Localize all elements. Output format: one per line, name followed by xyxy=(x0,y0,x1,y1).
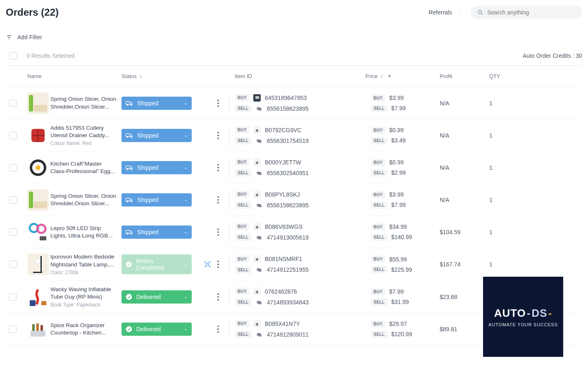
status-pill[interactable]: Return Completed ⌄ xyxy=(121,254,192,274)
product-thumbnail[interactable] xyxy=(27,93,49,114)
row-menu-button[interactable] xyxy=(216,162,221,173)
add-filter-button[interactable]: Add Filter xyxy=(6,26,582,48)
row-menu-button[interactable] xyxy=(216,130,221,141)
col-status[interactable]: Status ▲▼ xyxy=(121,73,204,79)
product-name[interactable]: Lepro 50ft LED Strip Lights, Ultra-Long … xyxy=(50,225,117,240)
row-checkbox[interactable] xyxy=(9,164,17,171)
svg-rect-45 xyxy=(41,301,46,305)
shopify-icon xyxy=(255,234,263,241)
buy-item-id[interactable]: B08PYL8SKJ xyxy=(265,191,300,198)
svg-point-0 xyxy=(478,10,481,14)
product-thumbnail[interactable] xyxy=(27,286,49,308)
chevron-down-icon: ⌄ xyxy=(184,133,188,138)
product-thumbnail[interactable] xyxy=(27,254,49,275)
sell-item-id[interactable]: 4714912251955 xyxy=(267,266,309,273)
profit-value: N/A xyxy=(440,100,489,107)
row-checkbox[interactable] xyxy=(9,132,17,139)
shopify-icon xyxy=(255,266,263,273)
sell-item-id[interactable]: 6556301754519 xyxy=(267,138,309,144)
row-menu-button[interactable] xyxy=(216,292,221,302)
sell-tag: SELL xyxy=(235,331,251,338)
status-pill[interactable]: Shipped ⌄ xyxy=(121,225,192,239)
sell-tag: SELL xyxy=(371,331,387,338)
buy-item-id[interactable]: B086V83WGS xyxy=(265,223,302,230)
sell-tag: SELL xyxy=(371,202,387,209)
product-name[interactable]: Wacky Waving Inflatable Tube Guy (RP Min… xyxy=(50,286,117,301)
svg-rect-49 xyxy=(32,324,35,331)
sell-item-id[interactable]: 4714893934643 xyxy=(267,299,309,306)
search-input[interactable] xyxy=(487,9,576,16)
svg-point-41 xyxy=(126,261,132,267)
referrals-link[interactable]: Referrals xyxy=(429,9,461,16)
status-pill[interactable]: Shipped ⌄ xyxy=(121,161,192,174)
sell-tag: SELL xyxy=(371,266,387,273)
buy-item-id[interactable]: 0762462876 xyxy=(265,288,297,295)
buy-item-id[interactable]: B085X41N7Y xyxy=(265,320,300,327)
table-row: Spring Onion Slicer, Onion Shredder,Onio… xyxy=(6,184,582,216)
sell-item-id[interactable]: 6556158623895 xyxy=(267,105,309,112)
row-menu-button[interactable] xyxy=(216,259,221,270)
col-name[interactable]: Name xyxy=(27,73,121,79)
col-profit[interactable]: Profit xyxy=(440,73,489,79)
buy-item-id[interactable]: 6453189647853 xyxy=(265,95,307,101)
row-menu-button[interactable] xyxy=(216,195,221,205)
chevron-down-icon: ⌄ xyxy=(184,100,188,106)
product-name[interactable]: Spring Onion Slicer, Onion Shredder,Onio… xyxy=(50,192,117,207)
row-menu-button[interactable] xyxy=(216,98,221,109)
buy-item-id[interactable]: B000YJET7W xyxy=(265,159,301,166)
svg-point-23 xyxy=(127,169,128,170)
row-checkbox[interactable] xyxy=(9,293,17,301)
product-thumbnail[interactable] xyxy=(27,189,49,211)
svg-point-29 xyxy=(127,201,128,202)
col-itemid[interactable]: Item ID xyxy=(229,73,365,79)
status-label: Shipped xyxy=(137,164,158,171)
buy-tag: BUY xyxy=(371,288,385,295)
sell-item-id[interactable]: 4714913005619 xyxy=(267,234,309,241)
buy-tag: BUY xyxy=(235,159,249,166)
row-menu-button[interactable] xyxy=(216,227,221,237)
chevron-down-icon: ▾ xyxy=(388,74,391,79)
product-name[interactable]: Spring Onion Slicer, Onion Shredder,Onio… xyxy=(50,95,117,110)
product-thumbnail[interactable] xyxy=(27,157,49,178)
status-pill[interactable]: Delivered ⌄ xyxy=(121,290,192,304)
svg-point-16 xyxy=(127,136,128,138)
check-circle-icon xyxy=(126,261,132,268)
search-icon xyxy=(477,9,483,15)
amazon-icon xyxy=(253,255,261,263)
scan-icon[interactable] xyxy=(204,260,211,268)
sell-item-id[interactable]: 6556302540951 xyxy=(267,170,309,176)
svg-rect-6 xyxy=(29,95,33,112)
status-pill[interactable]: Shipped ⌄ xyxy=(121,193,192,206)
product-name[interactable]: Iporovon Modern Bedside Nightstand Table… xyxy=(50,253,117,268)
sell-item-id[interactable]: 6556158623895 xyxy=(267,202,309,209)
row-menu-button[interactable] xyxy=(216,324,221,335)
amazon-icon xyxy=(253,126,261,134)
row-checkbox[interactable] xyxy=(9,228,17,236)
status-pill[interactable]: Shipped ⌄ xyxy=(121,97,192,110)
product-thumbnail[interactable] xyxy=(27,318,49,340)
svg-rect-48 xyxy=(31,331,45,337)
product-name[interactable]: Spice Rack Organizer Countertop - Kitche… xyxy=(50,322,117,337)
product-thumbnail[interactable] xyxy=(27,125,49,146)
qty-value: 1 xyxy=(489,261,518,268)
buy-item-id[interactable]: B0792CG9VC xyxy=(265,127,302,133)
status-pill[interactable]: Delivered ⌄ xyxy=(121,323,192,336)
col-qty[interactable]: QTY xyxy=(489,73,518,79)
col-price[interactable]: Price ▲▼ ▾ xyxy=(365,73,440,79)
svg-point-17 xyxy=(131,136,132,138)
row-checkbox[interactable] xyxy=(9,100,17,107)
select-all-checkbox[interactable] xyxy=(9,52,17,59)
row-checkbox[interactable] xyxy=(9,325,17,333)
product-name[interactable]: Addis 517953 Cutlery Utensil Drainer Cad… xyxy=(50,124,117,139)
sell-item-id[interactable]: 4714912809011 xyxy=(267,331,309,338)
status-pill[interactable]: Shipped ⌄ xyxy=(121,129,192,142)
buy-item-id[interactable]: B081NSMRF1 xyxy=(265,256,302,262)
row-checkbox[interactable] xyxy=(9,196,17,204)
search-box[interactable] xyxy=(471,6,582,19)
product-name[interactable]: Kitchen Craft"Master Class-Professional"… xyxy=(50,160,117,175)
row-checkbox[interactable] xyxy=(9,261,17,268)
buy-tag: BUY xyxy=(235,191,249,198)
product-thumbnail[interactable] xyxy=(27,221,49,243)
svg-rect-15 xyxy=(126,133,130,136)
profit-value: N/A xyxy=(440,132,489,139)
